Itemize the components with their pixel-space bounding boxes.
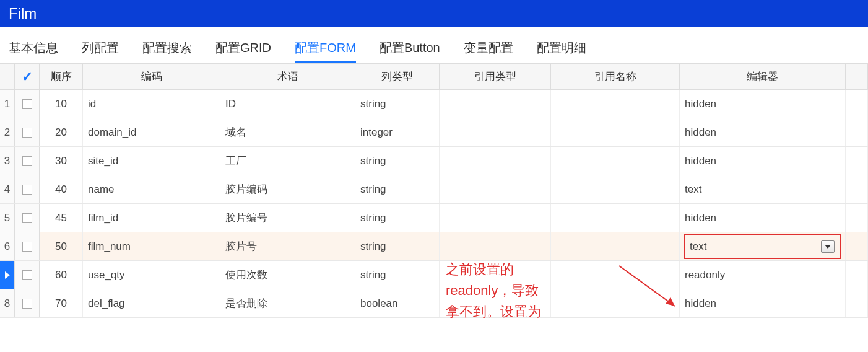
cell-editor[interactable]: hidden [680, 289, 846, 317]
tab-0[interactable]: 基本信息 [9, 40, 58, 61]
cell-seq[interactable]: 60 [40, 261, 83, 289]
table-row[interactable]: 110idIDstringhidden [0, 90, 868, 118]
row-checkbox-cell [15, 90, 40, 118]
cell-editor[interactable]: text [680, 232, 846, 260]
cell-term[interactable]: 胶片编码 [220, 175, 355, 203]
cell-end [846, 118, 868, 146]
col-code[interactable]: 编码 [83, 64, 220, 89]
tab-7[interactable]: 配置明细 [537, 40, 586, 61]
cell-refname[interactable] [551, 204, 680, 232]
tab-3[interactable]: 配置GRID [215, 40, 271, 61]
dropdown-button[interactable] [821, 240, 835, 253]
cell-coltype[interactable]: string [355, 204, 440, 232]
tab-4[interactable]: 配置FORM [295, 40, 356, 63]
cell-refname[interactable] [551, 261, 680, 289]
row-number[interactable]: 2 [0, 118, 15, 146]
cell-refname[interactable] [551, 175, 680, 203]
cell-coltype[interactable]: string [355, 232, 440, 260]
cell-reftype[interactable] [440, 90, 551, 118]
cell-term[interactable]: 是否删除 [220, 289, 355, 317]
cell-editor[interactable]: hidden [680, 204, 846, 232]
row-number[interactable]: 5 [0, 204, 15, 232]
cell-term[interactable]: 域名 [220, 118, 355, 146]
cell-coltype[interactable]: string [355, 147, 440, 175]
row-checkbox[interactable] [22, 156, 32, 166]
cell-code[interactable]: use_qty [83, 261, 220, 289]
cell-code[interactable]: film_num [83, 232, 220, 260]
tab-5[interactable]: 配置Button [380, 40, 440, 61]
row-number[interactable]: 3 [0, 147, 15, 175]
row-checkbox[interactable] [22, 185, 32, 195]
cell-coltype[interactable]: string [355, 175, 440, 203]
cell-reftype[interactable] [440, 261, 551, 289]
row-checkbox[interactable] [22, 128, 32, 138]
tab-2[interactable]: 配置搜索 [142, 40, 192, 61]
cell-term[interactable]: 使用次数 [220, 261, 355, 289]
table-row[interactable]: 330site_id工厂stringhidden [0, 147, 868, 175]
row-number[interactable]: 4 [0, 175, 15, 203]
col-check[interactable]: ✓ [15, 64, 40, 89]
cell-editor[interactable]: hidden [680, 90, 846, 118]
cell-refname[interactable] [551, 90, 680, 118]
cell-code[interactable]: del_flag [83, 289, 220, 317]
cell-seq[interactable]: 45 [40, 204, 83, 232]
cell-seq[interactable]: 70 [40, 289, 83, 317]
cell-reftype[interactable] [440, 118, 551, 146]
col-coltype[interactable]: 列类型 [355, 64, 440, 89]
cell-editor[interactable]: text [680, 175, 846, 203]
cell-term[interactable]: 胶片号 [220, 232, 355, 260]
cell-code[interactable]: id [83, 90, 220, 118]
cell-editor[interactable]: hidden [680, 147, 846, 175]
col-term[interactable]: 术语 [220, 64, 355, 89]
cell-coltype[interactable]: string [355, 90, 440, 118]
cell-code[interactable]: domain_id [83, 118, 220, 146]
cell-term[interactable]: ID [220, 90, 355, 118]
row-checkbox[interactable] [22, 99, 32, 109]
row-checkbox[interactable] [22, 270, 32, 280]
tab-6[interactable]: 变量配置 [464, 40, 513, 61]
row-number[interactable]: 6 [0, 232, 15, 260]
row-checkbox[interactable] [22, 213, 32, 223]
cell-term[interactable]: 胶片编号 [220, 204, 355, 232]
cell-seq[interactable]: 40 [40, 175, 83, 203]
cell-code[interactable]: film_id [83, 204, 220, 232]
cell-refname[interactable] [551, 118, 680, 146]
cell-reftype[interactable] [440, 289, 551, 317]
cell-editor[interactable]: readonly [680, 261, 846, 289]
table-row[interactable]: 545film_id胶片编号stringhidden [0, 204, 868, 232]
table-row[interactable]: 870del_flag是否删除booleanhidden [0, 289, 868, 318]
table-row[interactable]: 440name胶片编码stringtext [0, 175, 868, 204]
table-row[interactable]: 220domain_id域名integerhidden [0, 118, 868, 147]
cell-reftype[interactable] [440, 147, 551, 175]
cell-editor[interactable]: hidden [680, 118, 846, 146]
row-checkbox[interactable] [22, 299, 32, 309]
cell-seq[interactable]: 20 [40, 118, 83, 146]
cell-term[interactable]: 工厂 [220, 147, 355, 175]
cell-coltype[interactable]: integer [355, 118, 440, 146]
col-editor[interactable]: 编辑器 [680, 64, 846, 89]
cell-reftype[interactable] [440, 204, 551, 232]
table-row[interactable]: 60use_qty使用次数stringreadonly [0, 261, 868, 289]
cell-refname[interactable] [551, 289, 680, 317]
cell-code[interactable]: name [83, 175, 220, 203]
cell-refname[interactable] [551, 147, 680, 175]
cell-refname[interactable] [551, 232, 680, 260]
cell-seq[interactable]: 30 [40, 147, 83, 175]
cell-reftype[interactable] [440, 175, 551, 203]
cell-coltype[interactable]: boolean [355, 289, 440, 317]
table-row[interactable]: 650film_num胶片号stringtext [0, 232, 868, 261]
row-number[interactable]: 8 [0, 289, 15, 317]
col-seq[interactable]: 顺序 [40, 64, 83, 89]
editor-dropdown[interactable]: text [684, 234, 841, 259]
cell-reftype[interactable] [440, 232, 551, 260]
row-number[interactable]: 1 [0, 90, 15, 118]
cell-seq[interactable]: 50 [40, 232, 83, 260]
col-reftype[interactable]: 引用类型 [440, 64, 551, 89]
col-refname[interactable]: 引用名称 [551, 64, 680, 89]
cell-code[interactable]: site_id [83, 147, 220, 175]
cell-seq[interactable]: 10 [40, 90, 83, 118]
row-checkbox[interactable] [22, 242, 32, 252]
cell-coltype[interactable]: string [355, 261, 440, 289]
tab-1[interactable]: 列配置 [82, 40, 119, 61]
row-number[interactable] [0, 261, 15, 289]
